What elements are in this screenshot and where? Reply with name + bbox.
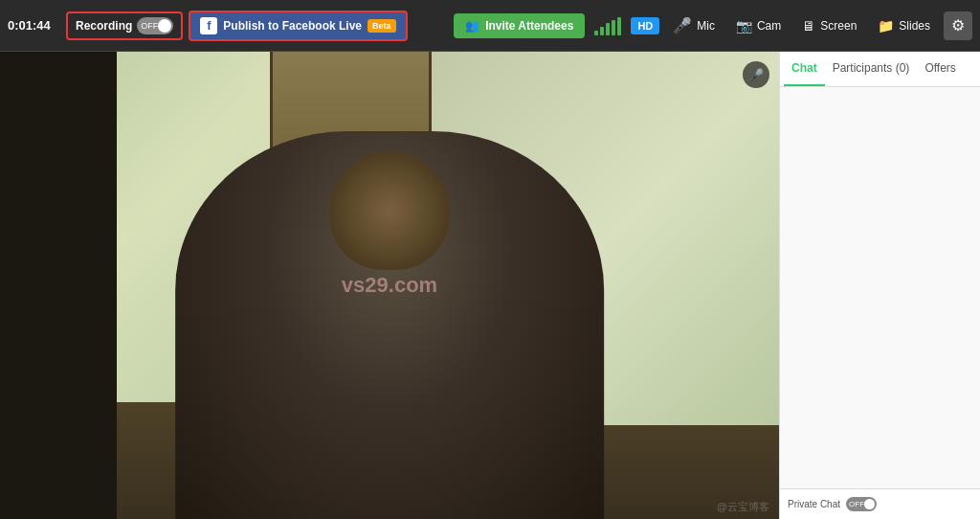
bottom-watermark: @云宝博客 [717, 500, 769, 514]
gear-icon: ⚙ [951, 16, 965, 34]
mic-status-indicator: 🎤 [743, 61, 769, 88]
fb-publish-button[interactable]: f Publish to Facebook Live Beta [189, 11, 407, 41]
invite-icon: 👥 [465, 19, 479, 33]
beta-badge: Beta [368, 19, 396, 33]
invite-attendees-button[interactable]: 👥 Invite Attendees [454, 13, 585, 38]
recording-toggle[interactable]: OFF [137, 17, 173, 34]
screen-icon: 🖥 [802, 18, 815, 34]
bar-3 [606, 23, 610, 35]
bar-2 [600, 27, 604, 35]
bar-5 [617, 17, 621, 35]
slides-icon: 📁 [878, 18, 894, 34]
toggle-off-label: OFF [141, 21, 158, 31]
person-head [329, 151, 449, 270]
room-scene: vs29.com 🎤 @云宝博客 [0, 52, 779, 519]
toolbar: 0:01:44 Recording OFF f Publish to Faceb… [0, 0, 980, 52]
tab-offers[interactable]: Offers [917, 52, 963, 86]
hd-badge: HD [631, 17, 659, 34]
chat-tabs: Chat Participants (0) Offers [780, 52, 980, 87]
recording-group: Recording OFF [66, 11, 183, 40]
timer-display: 0:01:44 [8, 18, 60, 33]
chat-panel: Chat Participants (0) Offers Private Cha… [779, 52, 980, 519]
cam-label: Cam [757, 19, 781, 33]
mic-button[interactable]: 🎤 Mic [665, 12, 723, 38]
cam-button[interactable]: 📷 Cam [728, 14, 789, 37]
bar-4 [612, 20, 615, 35]
private-chat-toggle[interactable]: OFF [846, 497, 877, 511]
facebook-icon: f [200, 17, 217, 34]
settings-button[interactable]: ⚙ [944, 11, 972, 40]
slides-label: Slides [899, 19, 930, 33]
screen-button[interactable]: 🖥 Screen [794, 14, 864, 37]
tab-participants[interactable]: Participants (0) [825, 52, 918, 86]
chat-body [780, 87, 980, 488]
recording-label: Recording [76, 19, 132, 33]
main-content: vs29.com 🎤 @云宝博客 Chat Participants (0) O… [0, 52, 980, 519]
tab-chat[interactable]: Chat [784, 52, 825, 86]
person-silhouette [175, 131, 604, 519]
private-toggle-label: OFF [849, 500, 864, 508]
bar-1 [594, 31, 598, 35]
signal-bars [590, 16, 625, 35]
cam-icon: 📷 [736, 18, 752, 34]
chat-footer: Private Chat OFF [780, 488, 980, 519]
video-area: vs29.com 🎤 @云宝博客 [0, 52, 779, 519]
fb-publish-label: Publish to Facebook Live [223, 19, 362, 33]
dark-object-left [0, 52, 117, 519]
private-chat-label: Private Chat [788, 499, 840, 509]
mic-label: Mic [697, 19, 715, 33]
slides-button[interactable]: 📁 Slides [870, 14, 938, 37]
mic-icon: 🎤 [673, 16, 692, 34]
invite-label: Invite Attendees [485, 19, 573, 33]
screen-label: Screen [820, 19, 857, 33]
